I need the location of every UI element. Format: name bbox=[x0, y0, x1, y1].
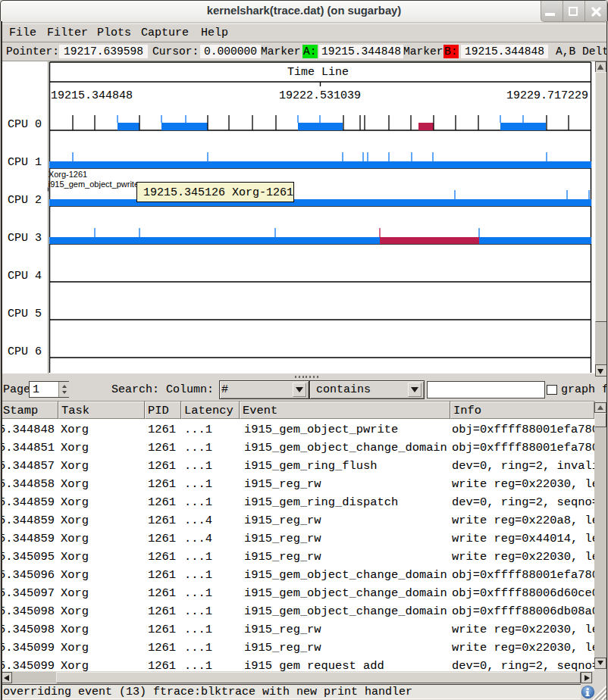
svg-text:19215.344848: 19215.344848 bbox=[51, 89, 133, 102]
svg-text:i915_gem_object_pwrite: i915_gem_object_pwrite bbox=[49, 180, 139, 189]
svg-text:Xorg-1261: Xorg-1261 bbox=[49, 170, 87, 179]
svg-text:19215.345126 Xorg-1261: 19215.345126 Xorg-1261 bbox=[143, 186, 293, 199]
svg-text:19229.717229: 19229.717229 bbox=[506, 89, 588, 102]
svg-text:Time Line: Time Line bbox=[287, 66, 349, 79]
svg-text:CPU 3: CPU 3 bbox=[8, 232, 42, 245]
svg-text:CPU 5: CPU 5 bbox=[8, 308, 42, 320]
svg-text:CPU 1: CPU 1 bbox=[8, 156, 42, 169]
svg-text:CPU 2: CPU 2 bbox=[8, 194, 42, 207]
svg-text:CPU 0: CPU 0 bbox=[8, 118, 42, 131]
svg-text:19222.531039: 19222.531039 bbox=[279, 89, 361, 102]
svg-text:CPU 6: CPU 6 bbox=[8, 345, 42, 358]
svg-text:CPU 4: CPU 4 bbox=[8, 270, 42, 283]
